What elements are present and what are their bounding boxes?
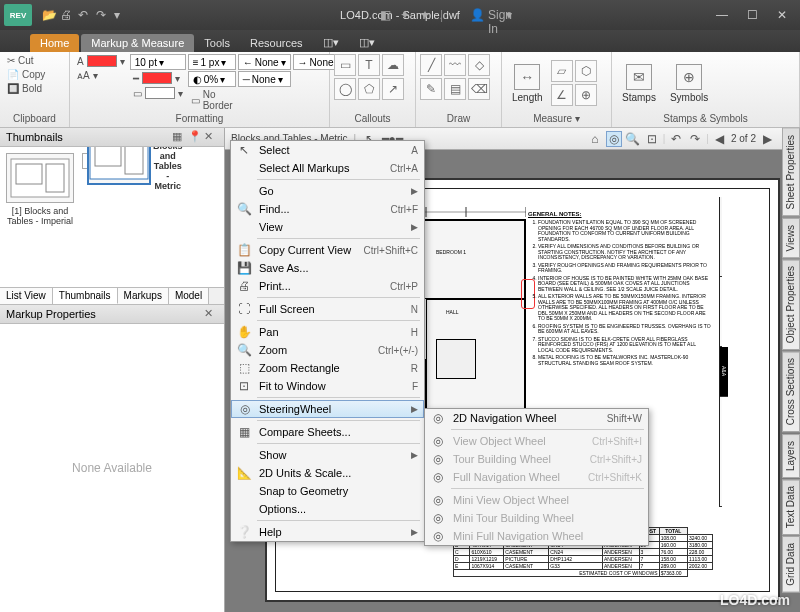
- bold-button[interactable]: 🔲Bold: [4, 82, 48, 95]
- callout-text-icon[interactable]: T: [358, 54, 380, 76]
- ctx-steeringwheel[interactable]: ◎SteeringWheel▶: [231, 400, 424, 418]
- tab-model[interactable]: Model: [169, 288, 209, 304]
- measure-poly-icon[interactable]: ⬡: [575, 60, 597, 82]
- font-size-select[interactable]: 10 pt▾: [130, 54, 186, 70]
- length-button[interactable]: ↔ Length: [506, 60, 549, 107]
- ctx-show[interactable]: Show▶: [231, 446, 424, 464]
- thumb-pin-icon[interactable]: 📍: [188, 130, 202, 144]
- sub-2d-navigation-wheel[interactable]: ◎2D Navigation WheelShift+W: [425, 409, 648, 427]
- ctx-view[interactable]: View▶: [231, 218, 424, 236]
- ctx-pan[interactable]: ✋PanH: [231, 323, 424, 341]
- tab-resources[interactable]: Resources: [240, 34, 313, 52]
- home-icon[interactable]: ⌂: [587, 131, 603, 147]
- signin-button[interactable]: 👤 Sign In ▾: [470, 8, 520, 22]
- mp-close-icon[interactable]: ✕: [204, 307, 218, 321]
- app-logo[interactable]: REV: [4, 4, 32, 26]
- draw-shape-icon[interactable]: ◇: [468, 54, 490, 76]
- rotate-cw-icon[interactable]: ↷: [687, 131, 703, 147]
- thumb-close-icon[interactable]: ✕: [204, 130, 218, 144]
- ctx-options-[interactable]: Options...: [231, 500, 424, 518]
- rotate-ccw-icon[interactable]: ↶: [668, 131, 684, 147]
- vtab-layers[interactable]: Layers: [782, 434, 800, 478]
- tab-listview[interactable]: List View: [0, 288, 53, 304]
- opacity-select[interactable]: ◐0%▾: [188, 71, 236, 87]
- tab-home[interactable]: Home: [30, 34, 79, 52]
- qat-undo-icon[interactable]: ↶: [78, 8, 92, 22]
- thumbnail-1[interactable]: [1] Blocks and Tables - Imperial: [6, 153, 74, 281]
- measure-angle-icon[interactable]: ∠: [551, 84, 573, 106]
- tab-markup-measure[interactable]: Markup & Measure: [81, 34, 194, 52]
- vtab-views[interactable]: Views: [782, 218, 800, 259]
- tab-plugin-2[interactable]: ◫▾: [349, 33, 385, 52]
- ctx-select[interactable]: ↖SelectA: [231, 141, 424, 159]
- vtab-obj-props[interactable]: Object Properties: [782, 259, 800, 350]
- zoom-in-icon[interactable]: 🔍: [625, 131, 641, 147]
- ctx-compare-sheets-[interactable]: ▦Compare Sheets...: [231, 423, 424, 441]
- page-prev-icon[interactable]: ◀: [712, 131, 728, 147]
- callout-rect-icon[interactable]: ▭: [334, 54, 356, 76]
- ctx-snap-to-geometry[interactable]: Snap to Geometry: [231, 482, 424, 500]
- draw-highlight-icon[interactable]: ▤: [444, 78, 466, 100]
- callout-poly-icon[interactable]: ⬠: [358, 78, 380, 100]
- vtab-text-data[interactable]: Text Data: [782, 479, 800, 535]
- minimize-button[interactable]: —: [708, 5, 736, 25]
- symbols-button[interactable]: ⊕ Symbols: [664, 60, 714, 107]
- fill-color-btn[interactable]: ▭▾: [130, 86, 186, 100]
- vtab-sheet-props[interactable]: Sheet Properties: [782, 128, 800, 217]
- ctx-help[interactable]: ❔Help▶: [231, 523, 424, 541]
- ctx-zoom-rectangle[interactable]: ⬚Zoom RectangleR: [231, 359, 424, 377]
- vtab-grid-data[interactable]: Grid Data: [782, 536, 800, 593]
- qat-redo-icon[interactable]: ↷: [96, 8, 110, 22]
- font-picker-btn[interactable]: ᴀA▾: [74, 69, 128, 82]
- arrow-start-select[interactable]: ←None▾: [238, 54, 291, 70]
- titlebar-icon-1[interactable]: ◧: [380, 8, 394, 22]
- draw-line-icon[interactable]: ╱: [420, 54, 442, 76]
- ctx-2d-units-scale-[interactable]: 📐2D Units & Scale...: [231, 464, 424, 482]
- ctx-print-[interactable]: 🖨Print...Ctrl+P: [231, 277, 424, 295]
- tab-tools[interactable]: Tools: [194, 34, 240, 52]
- measure-area-icon[interactable]: ▱: [551, 60, 573, 82]
- titlebar-icon-2[interactable]: ✦: [400, 8, 414, 22]
- line-weight-1[interactable]: ≡1 px▾: [188, 54, 236, 70]
- draw-polyline-icon[interactable]: 〰: [444, 54, 466, 76]
- stamps-button[interactable]: ✉ Stamps: [616, 60, 662, 107]
- compass-icon[interactable]: ◎: [606, 131, 622, 147]
- callout-cloud-icon[interactable]: ☁: [382, 54, 404, 76]
- tab-markups[interactable]: Markups: [118, 288, 169, 304]
- line-style-select[interactable]: ─None▾: [238, 71, 291, 87]
- ctx-full-screen[interactable]: ⛶Full ScreenN: [231, 300, 424, 318]
- ctx-fit-to-window[interactable]: ⊡Fit to WindowF: [231, 377, 424, 395]
- tab-thumbnails[interactable]: Thumbnails: [53, 288, 118, 304]
- ctx-copy-current-view[interactable]: 📋Copy Current ViewCtrl+Shift+C: [231, 241, 424, 259]
- thumb-grid-icon[interactable]: ▦: [172, 130, 186, 144]
- qat-dropdown-icon[interactable]: ▾: [114, 8, 128, 22]
- zoom-fit-icon[interactable]: ⊡: [644, 131, 660, 147]
- n1: None: [255, 57, 279, 68]
- ctx-zoom[interactable]: 🔍ZoomCtrl+(+/-): [231, 341, 424, 359]
- font-color-btn[interactable]: A▾: [74, 54, 128, 68]
- callout-ellipse-icon[interactable]: ◯: [334, 78, 356, 100]
- ctx-find-[interactable]: 🔍Find...Ctrl+F: [231, 200, 424, 218]
- qat-print-icon[interactable]: 🖨: [60, 8, 74, 22]
- ctx-go[interactable]: Go▶: [231, 182, 424, 200]
- tab-plugin-1[interactable]: ◫▾: [313, 33, 349, 52]
- ctx-save-as-[interactable]: 💾Save As...: [231, 259, 424, 277]
- titlebar-icon-3[interactable]: ✦: [420, 8, 434, 22]
- ctx-select-all-markups[interactable]: Select All MarkupsCtrl+A: [231, 159, 424, 177]
- right-tabs: Sheet Properties Views Object Properties…: [782, 128, 800, 594]
- vtab-cross-sections[interactable]: Cross Sections: [782, 351, 800, 432]
- close-button[interactable]: ✕: [768, 5, 796, 25]
- measure-count-icon[interactable]: ⊕: [575, 84, 597, 106]
- qat-open-icon[interactable]: 📂: [42, 8, 56, 22]
- thumbnail-2[interactable]: [2] Blocks and Tables - Metric: [82, 153, 150, 169]
- copy-button[interactable]: 📄Copy: [4, 68, 48, 81]
- page-next-icon[interactable]: ▶: [759, 131, 775, 147]
- draw-erase-icon[interactable]: ⌫: [468, 78, 490, 100]
- ctx-shortcut: R: [411, 363, 418, 374]
- callout-arrow-icon[interactable]: ↗: [382, 78, 404, 100]
- draw-freehand-icon[interactable]: ✎: [420, 78, 442, 100]
- no-border-btn[interactable]: ▭No Border: [188, 88, 236, 112]
- cut-button[interactable]: ✂Cut: [4, 54, 48, 67]
- maximize-button[interactable]: ☐: [738, 5, 766, 25]
- line-color-btn[interactable]: ━▾: [130, 71, 186, 85]
